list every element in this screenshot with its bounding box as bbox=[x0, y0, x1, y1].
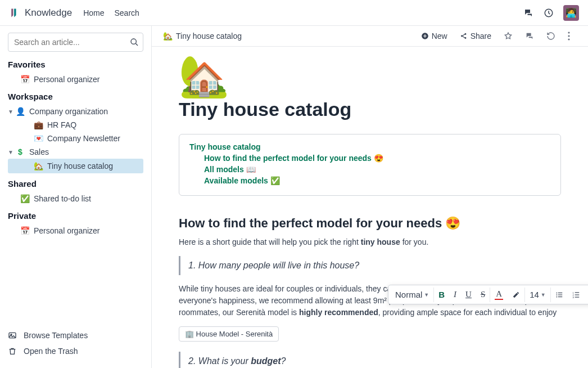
tree-label: Company organization bbox=[29, 107, 108, 116]
numbered-list-button[interactable]: 123 bbox=[568, 288, 585, 302]
more-menu-icon[interactable] bbox=[568, 32, 577, 41]
svg-rect-14 bbox=[558, 292, 562, 293]
svg-rect-21 bbox=[575, 294, 579, 295]
checklist-button[interactable] bbox=[585, 288, 588, 302]
footer-label: Browse Templates bbox=[24, 331, 88, 340]
open-trash-button[interactable]: Open the Trash bbox=[8, 343, 143, 359]
reference-chip[interactable]: 🏢 House Model - Serenità bbox=[179, 326, 279, 342]
toc-item[interactable]: Available models ✅ bbox=[189, 176, 550, 185]
article-title[interactable]: Tiny house catalog bbox=[179, 98, 561, 120]
section-favorites: Favorites bbox=[8, 60, 143, 69]
caret-down-icon[interactable]: ▼ bbox=[8, 109, 15, 115]
toc-item[interactable]: How to find the perfect model for your n… bbox=[189, 154, 550, 163]
svg-text:3: 3 bbox=[572, 295, 574, 298]
svg-point-1 bbox=[131, 39, 136, 44]
search-input[interactable] bbox=[8, 33, 143, 52]
envelope-icon: 💌 bbox=[33, 134, 44, 143]
app-logo-icon bbox=[9, 7, 20, 19]
heading-text: How to find the perfect model for your n… bbox=[179, 216, 445, 230]
house-icon: 🏡 bbox=[33, 161, 44, 170]
nav-home[interactable]: Home bbox=[83, 8, 104, 17]
quote-block[interactable]: 1. How many people will live in this hou… bbox=[179, 256, 561, 275]
calendar-icon: 📅 bbox=[19, 75, 30, 84]
new-label: New bbox=[432, 32, 447, 41]
favorite-star-icon[interactable] bbox=[504, 32, 513, 41]
tree-label: Tiny house catalog bbox=[47, 161, 113, 170]
tree-hr-faq[interactable]: 💼 HR FAQ bbox=[8, 118, 143, 132]
section-shared: Shared bbox=[8, 179, 143, 189]
toc-item[interactable]: All models 📖 bbox=[189, 165, 550, 174]
highlight-button[interactable] bbox=[508, 288, 525, 302]
floating-text-toolbar: Normal▼ B I U S A 14▼ 123 bbox=[388, 285, 588, 304]
activity-icon[interactable] bbox=[543, 7, 554, 19]
history-icon[interactable] bbox=[546, 32, 555, 41]
trash-icon bbox=[8, 347, 18, 356]
bold-button[interactable]: B bbox=[434, 288, 449, 302]
toc-item[interactable]: Tiny house catalog bbox=[189, 142, 550, 151]
caret-down-icon[interactable]: ▼ bbox=[8, 149, 15, 155]
font-color-button[interactable]: A bbox=[490, 287, 508, 302]
tree-private-organizer[interactable]: 📅 Personal organizer bbox=[8, 224, 143, 237]
app-title: Knowledge bbox=[25, 7, 72, 19]
quote-block[interactable]: 2. What is your budget? bbox=[179, 352, 561, 368]
svg-rect-20 bbox=[575, 292, 579, 293]
browse-templates-button[interactable]: Browse Templates bbox=[8, 327, 143, 343]
content-header: 🏡 Tiny house catalog New Share bbox=[152, 26, 588, 47]
share-label: Share bbox=[471, 32, 491, 41]
text-style-select[interactable]: Normal▼ bbox=[391, 288, 434, 302]
search-icon[interactable] bbox=[130, 38, 139, 47]
plus-circle-icon bbox=[421, 32, 429, 40]
breadcrumb-label: Tiny house catalog bbox=[176, 32, 242, 41]
calendar-icon: 📅 bbox=[19, 226, 30, 235]
content-area: 🏡 Tiny house catalog New Share bbox=[152, 26, 588, 368]
section-heading[interactable]: How to find the perfect model for your n… bbox=[179, 216, 561, 231]
svg-point-8 bbox=[568, 32, 569, 33]
image-icon bbox=[8, 331, 18, 340]
section-private: Private bbox=[8, 211, 143, 221]
tree-sales[interactable]: ▼ $ Sales bbox=[8, 145, 143, 159]
tree-tiny-house-catalog[interactable]: 🏡 Tiny house catalog bbox=[8, 159, 143, 173]
silhouette-icon: 👤 bbox=[15, 107, 26, 116]
font-size-select[interactable]: 14▼ bbox=[525, 288, 551, 302]
svg-point-13 bbox=[556, 296, 557, 297]
tree-label: Sales bbox=[29, 147, 49, 156]
messages-icon[interactable] bbox=[523, 7, 534, 19]
strikethrough-button[interactable]: S bbox=[476, 288, 490, 302]
nav-search[interactable]: Search bbox=[114, 8, 139, 17]
svg-rect-15 bbox=[558, 294, 562, 295]
fav-personal-organizer[interactable]: 📅 Personal organizer bbox=[8, 73, 143, 86]
italic-button[interactable]: I bbox=[449, 288, 461, 302]
share-button[interactable]: Share bbox=[460, 32, 491, 41]
tree-label: Shared to-do list bbox=[34, 194, 91, 203]
chevron-down-icon: ▼ bbox=[424, 292, 429, 298]
share-icon bbox=[460, 32, 468, 40]
sidebar: Favorites 📅 Personal organizer Workspace… bbox=[0, 26, 152, 368]
user-avatar[interactable]: 🧑‍💻 bbox=[563, 5, 579, 21]
breadcrumb[interactable]: 🏡 Tiny house catalog bbox=[163, 32, 242, 41]
check-icon: ✅ bbox=[19, 194, 30, 203]
tree-shared-todo[interactable]: ✅ Shared to-do list bbox=[8, 192, 143, 205]
briefcase-icon: 💼 bbox=[33, 120, 44, 129]
bullet-list-button[interactable] bbox=[551, 288, 568, 302]
tree-company-org[interactable]: ▼ 👤 Company organization bbox=[8, 105, 143, 118]
heart-eyes-icon: 😍 bbox=[445, 216, 460, 230]
tree-label: Company Newsletter bbox=[47, 134, 120, 143]
search-box bbox=[8, 33, 143, 52]
tree-company-newsletter[interactable]: 💌 Company Newsletter bbox=[8, 132, 143, 145]
comments-icon[interactable] bbox=[525, 32, 534, 41]
new-button[interactable]: New bbox=[421, 32, 447, 41]
svg-point-9 bbox=[568, 35, 569, 37]
dollar-icon: $ bbox=[15, 147, 26, 156]
topbar: Knowledge Home Search 🧑‍💻 bbox=[0, 0, 588, 26]
underline-button[interactable]: U bbox=[461, 288, 476, 302]
svg-point-12 bbox=[556, 294, 557, 295]
tree-label: Personal organizer bbox=[34, 75, 100, 84]
house-icon: 🏡 bbox=[163, 32, 173, 41]
paragraph[interactable]: Here is a short guide that will help you… bbox=[179, 236, 561, 248]
table-of-contents: Tiny house catalog How to find the perfe… bbox=[179, 134, 561, 196]
footer-label: Open the Trash bbox=[24, 347, 78, 356]
cover-emoji[interactable]: 🏡 bbox=[179, 56, 561, 96]
section-workspace: Workspace bbox=[8, 92, 143, 101]
tree-label: HR FAQ bbox=[47, 120, 76, 129]
svg-point-11 bbox=[556, 292, 557, 293]
